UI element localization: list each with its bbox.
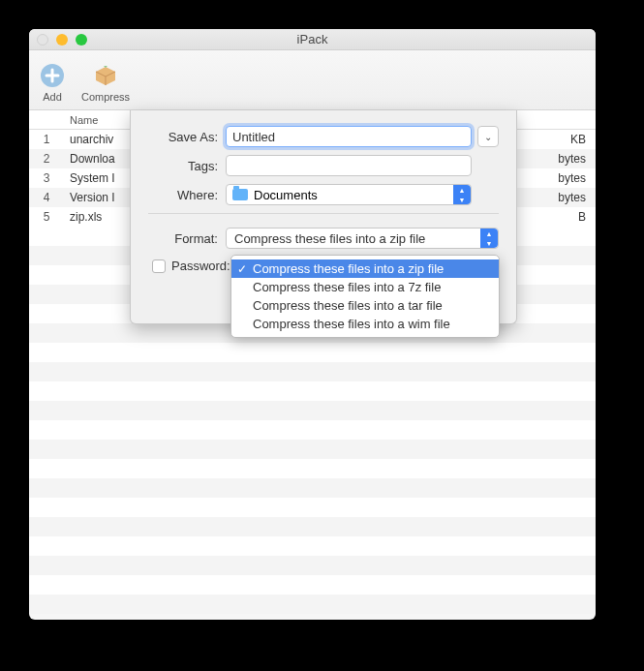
tags-label: Tags: bbox=[148, 159, 218, 173]
tags-input[interactable] bbox=[226, 155, 472, 176]
titlebar[interactable]: iPack bbox=[29, 29, 596, 50]
compress-label: Compress bbox=[81, 91, 130, 103]
compress-button[interactable]: Compress bbox=[81, 62, 130, 103]
dropdown-item-tar[interactable]: Compress these files into a tar file bbox=[231, 296, 499, 315]
window-title: iPack bbox=[297, 32, 328, 46]
save-as-input[interactable] bbox=[226, 126, 472, 147]
save-as-label: Save As: bbox=[148, 130, 218, 144]
minimize-window-button[interactable] bbox=[56, 34, 68, 46]
stepper-icon: ▲▼ bbox=[480, 229, 498, 248]
password-label: Password: bbox=[171, 259, 230, 273]
password-checkbox[interactable] bbox=[152, 259, 166, 273]
folder-icon bbox=[232, 189, 248, 200]
dropdown-item-wim[interactable]: Compress these files into a wim file bbox=[231, 315, 499, 333]
toolbar: Add Compress bbox=[29, 50, 596, 110]
save-sheet: Save As: ⌄ Tags: Where: Documents ▲▼ bbox=[130, 110, 517, 324]
add-label: Add bbox=[43, 91, 62, 103]
format-value: Compress these files into a zip file bbox=[234, 231, 425, 246]
format-dropdown-menu: Compress these files into a zip file Com… bbox=[230, 255, 500, 338]
add-button[interactable]: Add bbox=[39, 62, 66, 103]
dropdown-item-7z[interactable]: Compress these files into a 7z file bbox=[231, 278, 499, 296]
where-select[interactable]: Documents ▲▼ bbox=[226, 184, 472, 205]
where-value: Documents bbox=[254, 188, 318, 202]
close-window-button[interactable] bbox=[37, 34, 48, 46]
stepper-icon: ▲▼ bbox=[453, 185, 471, 204]
traffic-lights bbox=[37, 34, 87, 46]
expand-button[interactable]: ⌄ bbox=[477, 126, 499, 147]
where-label: Where: bbox=[148, 188, 218, 202]
zoom-window-button[interactable] bbox=[76, 34, 87, 46]
format-label: Format: bbox=[148, 231, 218, 246]
app-window: iPack Add Compress Name 1unarchivKB 2Dow… bbox=[29, 29, 596, 620]
box-icon bbox=[92, 62, 119, 89]
divider bbox=[148, 213, 499, 214]
dropdown-item-zip[interactable]: Compress these files into a zip file bbox=[231, 259, 499, 278]
add-icon bbox=[39, 62, 66, 89]
format-select[interactable]: Compress these files into a zip file ▲▼ bbox=[226, 228, 499, 249]
chevron-down-icon: ⌄ bbox=[484, 132, 492, 142]
